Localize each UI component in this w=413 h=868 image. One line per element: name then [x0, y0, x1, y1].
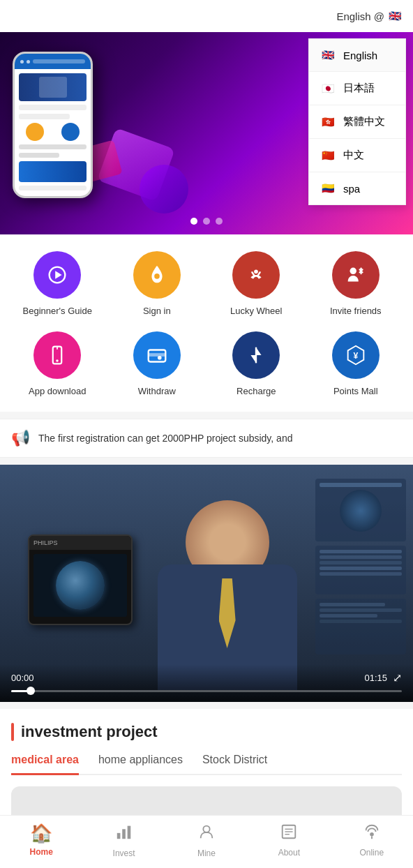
- nav-item-about[interactable]: About: [261, 823, 317, 858]
- video-controls: 00:00 01:15 ⤢: [0, 664, 413, 702]
- menu-item-withdraw[interactable]: Withdraw: [111, 331, 204, 398]
- flag-zh-cn: 🇨🇳: [322, 149, 335, 162]
- invite-friends-icon-circle: [332, 251, 380, 299]
- svg-point-4: [350, 268, 356, 274]
- app-download-icon-circle: [33, 331, 81, 379]
- svg-rect-19: [127, 826, 130, 839]
- svg-point-8: [56, 359, 59, 362]
- beginners-guide-icon-circle: [33, 251, 81, 299]
- withdraw-label: Withdraw: [138, 386, 176, 398]
- svg-point-3: [254, 269, 258, 274]
- invest-nav-icon: [115, 823, 133, 846]
- sign-in-label: Sign in: [143, 306, 171, 317]
- lucky-wheel-label: Lucky Wheel: [230, 306, 282, 317]
- tab-home-appliances[interactable]: home appliances: [98, 754, 183, 775]
- flag-en: 🇬🇧: [322, 49, 335, 61]
- medical-monitor: PHILIPS: [28, 534, 133, 625]
- withdraw-icon-circle: [133, 331, 181, 379]
- flag-spa: 🇨🇴: [322, 182, 335, 195]
- lang-zh-cn-label: 中文: [343, 149, 364, 162]
- svg-rect-17: [117, 833, 120, 839]
- lang-selector[interactable]: English @ 🇬🇧: [336, 10, 402, 22]
- app-download-label: App download: [29, 386, 86, 398]
- tab-stock-district[interactable]: Stock District: [202, 754, 267, 775]
- lang-item-ja[interactable]: 🇯🇵 日本語: [309, 72, 405, 105]
- lang-zh-tw-label: 繁體中文: [343, 115, 385, 128]
- svg-point-25: [370, 832, 374, 837]
- svg-point-20: [203, 826, 209, 832]
- invest-tabs: medical area home appliances Stock Distr…: [11, 754, 402, 775]
- video-progress-dot: [27, 687, 35, 695]
- lang-item-zh-tw[interactable]: 🇭🇰 繁體中文: [309, 105, 405, 139]
- svg-point-2: [154, 274, 160, 279]
- lang-item-zh-cn[interactable]: 🇨🇳 中文: [309, 139, 405, 172]
- svg-point-11: [158, 356, 162, 360]
- section-title: investment project: [21, 723, 158, 741]
- menu-item-recharge[interactable]: Recharge: [210, 331, 303, 398]
- svg-text:¥: ¥: [353, 351, 358, 361]
- mine-nav-label: Mine: [197, 848, 216, 858]
- lang-item-spa[interactable]: 🇨🇴 spa: [309, 172, 405, 204]
- video-section[interactable]: PHILIPS: [0, 465, 413, 702]
- nav-item-home[interactable]: 🏠 Home: [13, 823, 69, 858]
- section-title-row: investment project: [11, 723, 402, 741]
- nav-item-mine[interactable]: Mine: [179, 823, 234, 858]
- flag-icon: 🇬🇧: [389, 10, 402, 22]
- online-nav-label: Online: [359, 848, 384, 858]
- online-nav-icon: [363, 823, 381, 845]
- dot-2[interactable]: [203, 218, 210, 225]
- svg-marker-1: [55, 271, 61, 278]
- lang-en-label: English: [343, 50, 377, 61]
- lang-label: English @: [336, 10, 384, 22]
- menu-item-app-download[interactable]: App download: [11, 331, 104, 398]
- flag-zh-tw: 🇭🇰: [322, 116, 335, 128]
- beginners-guide-label: Beginner's Guide: [23, 306, 92, 317]
- lucky-wheel-icon-circle: [232, 251, 280, 299]
- lang-dropdown: 🇬🇧 English 🇯🇵 日本語 🇭🇰 繁體中文 🇨🇳 中文 🇨🇴 spa: [308, 38, 406, 205]
- lang-ja-label: 日本語: [343, 82, 375, 95]
- phone-mockup: [13, 52, 93, 198]
- about-nav-icon: [280, 823, 298, 845]
- invest-nav-label: Invest: [113, 848, 135, 858]
- expand-icon[interactable]: ⤢: [393, 671, 402, 684]
- menu-item-points-mall[interactable]: ¥ Points Mall: [310, 331, 403, 398]
- lang-spa-label: spa: [343, 183, 360, 195]
- nav-item-invest[interactable]: Invest: [96, 823, 152, 858]
- menu-item-beginners-guide[interactable]: Beginner's Guide: [11, 251, 104, 317]
- svg-rect-18: [122, 829, 126, 839]
- home-nav-icon: 🏠: [30, 823, 52, 844]
- banner-shape-2: [140, 165, 188, 214]
- home-nav-label: Home: [30, 847, 53, 857]
- section-bar: [11, 723, 14, 741]
- dot-1[interactable]: [190, 218, 197, 225]
- announce-icon: 📢: [11, 429, 30, 447]
- menu-item-lucky-wheel[interactable]: Lucky Wheel: [210, 251, 303, 317]
- announce-bar: 📢 The first registration can get 2000PHP…: [0, 419, 413, 458]
- video-current-time: 00:00: [11, 673, 34, 683]
- recharge-label: Recharge: [236, 386, 276, 398]
- sign-in-icon-circle: [133, 251, 181, 299]
- menu-item-sign-in[interactable]: Sign in: [111, 251, 204, 317]
- menu-item-invite-friends[interactable]: Invite friends: [310, 251, 403, 317]
- svg-rect-10: [148, 353, 165, 357]
- menu-grid: Beginner's Guide Sign in Lucky Wheel Inv…: [0, 234, 413, 412]
- header: English @ 🇬🇧: [0, 0, 413, 32]
- announce-text: The first registration can get 2000PHP p…: [38, 433, 292, 444]
- lang-item-en[interactable]: 🇬🇧 English: [309, 39, 405, 72]
- points-mall-icon-circle: ¥: [332, 331, 380, 379]
- dot-3[interactable]: [216, 218, 223, 225]
- mine-nav-icon: [197, 823, 216, 846]
- invite-friends-label: Invite friends: [330, 306, 382, 317]
- flag-ja: 🇯🇵: [322, 82, 335, 95]
- tab-medical[interactable]: medical area: [11, 754, 79, 775]
- right-panel: [315, 479, 406, 674]
- nav-item-online[interactable]: Online: [344, 823, 400, 858]
- about-nav-label: About: [278, 848, 300, 858]
- points-mall-label: Points Mall: [333, 386, 378, 398]
- banner-dots: [190, 218, 223, 225]
- video-progress-bar[interactable]: [11, 690, 402, 692]
- recharge-icon-circle: [232, 331, 280, 379]
- video-total-time: 01:15: [364, 673, 387, 683]
- bottom-nav: 🏠 Home Invest Mine About Online: [0, 815, 413, 868]
